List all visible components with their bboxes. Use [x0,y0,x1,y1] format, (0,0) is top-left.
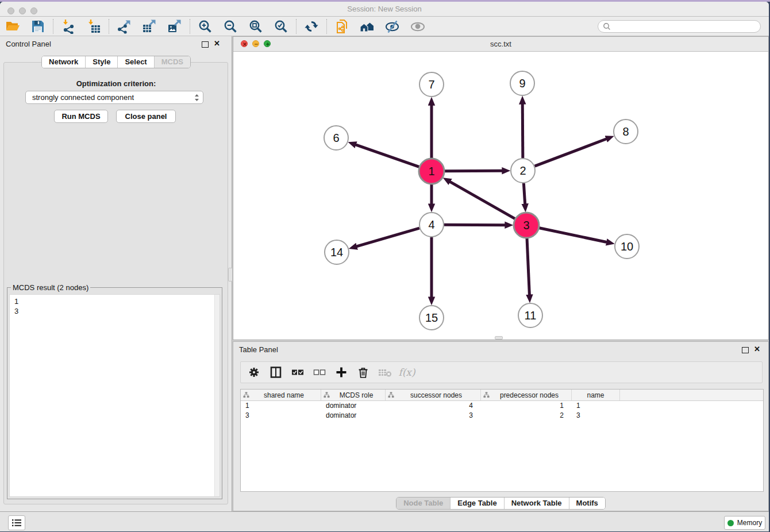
import-table-icon[interactable] [86,18,102,34]
edge-4-14[interactable] [357,228,419,246]
delete-table-icon[interactable] [378,365,392,379]
tree-icon [483,392,490,398]
import-network-icon[interactable] [60,18,76,34]
network-view-window: scc.txt 7968124314101511 [233,36,769,340]
delete-column-trash-icon[interactable] [356,365,371,379]
cell-predecessor-nodes[interactable]: 1 [481,401,572,411]
save-session-icon[interactable] [30,18,46,34]
cell-successor-nodes[interactable]: 3 [386,411,481,421]
close-panel-icon[interactable]: ✕ [214,40,220,48]
float-table-panel-icon[interactable] [742,347,749,353]
float-panel-icon[interactable] [202,41,209,48]
zoom-in-icon[interactable] [197,18,213,34]
table-row[interactable]: 3dominator323 [241,411,763,421]
zoom-window-button[interactable] [30,7,37,14]
show-columns-icon[interactable] [268,365,283,379]
search-field[interactable] [598,20,761,33]
column-header-label: shared name [249,391,318,399]
node-label-9: 9 [519,77,525,90]
node-label-14: 14 [330,246,343,259]
close-table-panel-icon[interactable]: ✕ [754,345,760,353]
column-header-successor-nodes[interactable]: successor nodes [386,390,481,400]
cell-name[interactable]: 1 [572,401,620,411]
network-graph[interactable]: 7968124314101511 [233,52,768,340]
edge-3-10[interactable] [540,228,607,242]
function-builder-icon[interactable]: f(x) [399,365,414,379]
select-all-icon[interactable] [290,365,305,379]
edge-3-11[interactable] [527,238,529,295]
edge-4-3[interactable] [444,225,505,225]
window-titlebar: Session: New Session [0,2,769,17]
network-window-titlebar: scc.txt [233,37,768,52]
horizontal-splitter-handle[interactable] [495,336,503,340]
criterion-dropdown[interactable]: strongly connected component [25,91,203,104]
first-neighbors-icon[interactable] [359,18,375,34]
export-network-icon[interactable] [116,18,132,34]
tab-network-table[interactable]: Network Table [504,498,569,509]
cell-shared-name[interactable]: 1 [241,401,321,411]
network-canvas[interactable]: 7968124314101511 [233,52,768,340]
task-history-button[interactable] [8,515,25,530]
close-panel-button[interactable]: Close panel [116,110,176,123]
export-table-icon[interactable] [141,18,157,34]
show-all-eye-icon[interactable] [410,18,426,34]
edge-2-8[interactable] [535,139,607,166]
edge-2-3[interactable] [523,183,525,204]
cell-predecessor-nodes[interactable]: 2 [481,411,572,421]
add-column-icon[interactable] [334,365,349,379]
vertical-splitter-handle[interactable] [228,268,233,282]
tab-style[interactable]: Style [85,56,117,68]
edge-1-6[interactable] [356,145,419,167]
result-scrollbar[interactable] [214,295,220,496]
minimize-window-button[interactable] [19,7,26,14]
zoom-selected-icon[interactable] [273,18,289,34]
export-image-icon[interactable] [167,18,183,34]
cell-successor-nodes[interactable]: 4 [386,401,481,411]
cell-name[interactable]: 3 [572,411,620,421]
node-label-6: 6 [333,132,339,144]
node-label-7: 7 [428,78,434,91]
close-network-button[interactable] [241,40,248,47]
tab-mcds[interactable]: MCDS [154,56,190,68]
criterion-value: strongly connected component [32,93,194,102]
duplicate-network-icon[interactable] [334,18,350,34]
fit-content-icon[interactable] [248,18,264,34]
hide-selected-eye-icon[interactable] [384,18,401,34]
cell-mcds-role[interactable]: dominator [321,401,386,411]
cell-mcds-role[interactable]: dominator [321,411,386,421]
node-label-15: 15 [425,311,438,324]
main-toolbar [0,17,769,36]
close-window-button[interactable] [7,7,14,14]
column-header-mcds-role[interactable]: MCDS role [321,390,386,400]
column-header-shared-name[interactable]: shared name [241,390,321,400]
tab-edge-table[interactable]: Edge Table [450,498,503,509]
table-header-row: shared nameMCDS rolesuccessor nodesprede… [241,390,763,401]
tab-network[interactable]: Network [42,56,85,68]
mcds-result-textarea[interactable]: 13 [9,294,220,497]
maximize-network-button[interactable] [264,40,271,47]
column-header-predecessor-nodes[interactable]: predecessor nodes [481,390,572,400]
chevron-up-down-icon [194,94,199,102]
table-row[interactable]: 1dominator411 [241,401,763,411]
open-file-icon[interactable] [5,18,21,34]
tab-motifs[interactable]: Motifs [569,498,605,509]
edge-2-9[interactable] [522,104,523,158]
zoom-out-icon[interactable] [222,18,238,34]
table-panel: Table Panel ✕ f(x) [233,341,769,511]
refresh-icon[interactable] [303,18,319,34]
search-input[interactable] [611,22,751,31]
edge-3-1[interactable] [450,182,515,218]
mcds-result-title: MCDS result (2 nodes) [11,283,90,292]
unselect-all-icon[interactable] [312,365,327,379]
toolbar-separator [109,19,109,34]
tab-node-table[interactable]: Node Table [396,498,450,509]
memory-button[interactable]: Memory [724,516,765,530]
table-options-gear-icon[interactable] [247,365,261,379]
tab-select[interactable]: Select [117,56,153,68]
toolbar-separator [190,19,190,34]
cell-shared-name[interactable]: 3 [241,411,321,421]
edge-1-2[interactable] [445,171,502,171]
column-header-name[interactable]: name [572,390,620,400]
minimize-network-button[interactable] [252,40,259,47]
run-mcds-button[interactable]: Run MCDS [54,110,108,123]
